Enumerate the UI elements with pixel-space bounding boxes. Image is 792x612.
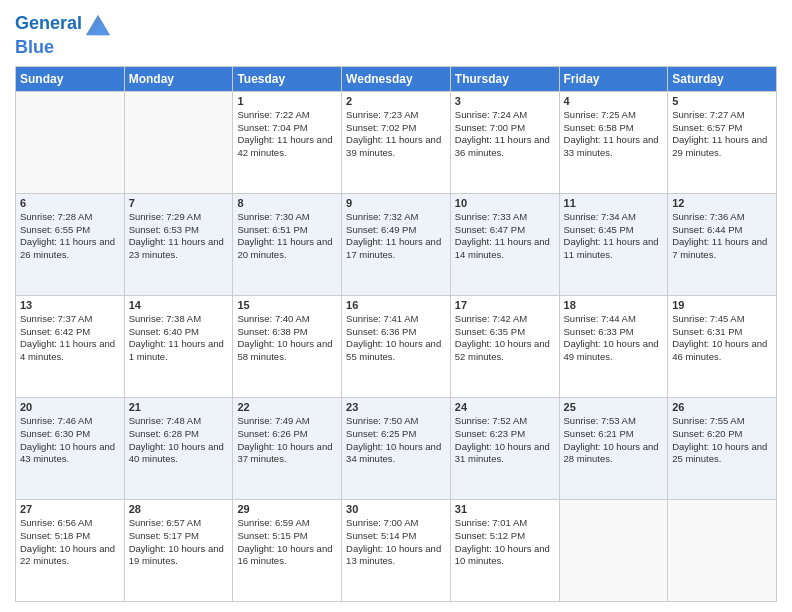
day-cell: 23Sunrise: 7:50 AMSunset: 6:25 PMDayligh…: [342, 397, 451, 499]
day-number: 18: [564, 299, 664, 311]
day-number: 23: [346, 401, 446, 413]
day-info: Sunrise: 7:34 AMSunset: 6:45 PMDaylight:…: [564, 211, 664, 262]
day-cell: 6Sunrise: 7:28 AMSunset: 6:55 PMDaylight…: [16, 193, 125, 295]
day-info: Sunrise: 7:30 AMSunset: 6:51 PMDaylight:…: [237, 211, 337, 262]
col-header-tuesday: Tuesday: [233, 66, 342, 91]
day-info: Sunrise: 7:27 AMSunset: 6:57 PMDaylight:…: [672, 109, 772, 160]
calendar: SundayMondayTuesdayWednesdayThursdayFrid…: [15, 66, 777, 602]
day-cell: 15Sunrise: 7:40 AMSunset: 6:38 PMDayligh…: [233, 295, 342, 397]
day-cell: 9Sunrise: 7:32 AMSunset: 6:49 PMDaylight…: [342, 193, 451, 295]
week-row-2: 6Sunrise: 7:28 AMSunset: 6:55 PMDaylight…: [16, 193, 777, 295]
col-header-wednesday: Wednesday: [342, 66, 451, 91]
week-row-1: 1Sunrise: 7:22 AMSunset: 7:04 PMDaylight…: [16, 91, 777, 193]
day-number: 17: [455, 299, 555, 311]
logo: General Blue: [15, 10, 112, 58]
day-info: Sunrise: 6:59 AMSunset: 5:15 PMDaylight:…: [237, 517, 337, 568]
day-info: Sunrise: 7:36 AMSunset: 6:44 PMDaylight:…: [672, 211, 772, 262]
day-cell: 12Sunrise: 7:36 AMSunset: 6:44 PMDayligh…: [668, 193, 777, 295]
day-cell: 5Sunrise: 7:27 AMSunset: 6:57 PMDaylight…: [668, 91, 777, 193]
day-cell: 16Sunrise: 7:41 AMSunset: 6:36 PMDayligh…: [342, 295, 451, 397]
day-cell: 27Sunrise: 6:56 AMSunset: 5:18 PMDayligh…: [16, 499, 125, 601]
day-info: Sunrise: 7:38 AMSunset: 6:40 PMDaylight:…: [129, 313, 229, 364]
day-cell: 25Sunrise: 7:53 AMSunset: 6:21 PMDayligh…: [559, 397, 668, 499]
day-cell: 2Sunrise: 7:23 AMSunset: 7:02 PMDaylight…: [342, 91, 451, 193]
page: General Blue SundayMondayTuesdayWednesda…: [0, 0, 792, 612]
day-cell: 20Sunrise: 7:46 AMSunset: 6:30 PMDayligh…: [16, 397, 125, 499]
day-number: 22: [237, 401, 337, 413]
day-cell: 10Sunrise: 7:33 AMSunset: 6:47 PMDayligh…: [450, 193, 559, 295]
day-info: Sunrise: 7:24 AMSunset: 7:00 PMDaylight:…: [455, 109, 555, 160]
day-number: 12: [672, 197, 772, 209]
day-cell: 4Sunrise: 7:25 AMSunset: 6:58 PMDaylight…: [559, 91, 668, 193]
day-number: 14: [129, 299, 229, 311]
day-info: Sunrise: 7:49 AMSunset: 6:26 PMDaylight:…: [237, 415, 337, 466]
day-cell: 17Sunrise: 7:42 AMSunset: 6:35 PMDayligh…: [450, 295, 559, 397]
day-info: Sunrise: 6:57 AMSunset: 5:17 PMDaylight:…: [129, 517, 229, 568]
day-info: Sunrise: 7:44 AMSunset: 6:33 PMDaylight:…: [564, 313, 664, 364]
day-number: 30: [346, 503, 446, 515]
day-number: 8: [237, 197, 337, 209]
logo-text: General: [15, 14, 82, 34]
day-number: 3: [455, 95, 555, 107]
day-info: Sunrise: 7:46 AMSunset: 6:30 PMDaylight:…: [20, 415, 120, 466]
day-cell: 29Sunrise: 6:59 AMSunset: 5:15 PMDayligh…: [233, 499, 342, 601]
day-cell: [124, 91, 233, 193]
day-number: 29: [237, 503, 337, 515]
day-info: Sunrise: 7:29 AMSunset: 6:53 PMDaylight:…: [129, 211, 229, 262]
day-info: Sunrise: 7:41 AMSunset: 6:36 PMDaylight:…: [346, 313, 446, 364]
day-number: 31: [455, 503, 555, 515]
logo-icon: [84, 10, 112, 38]
day-info: Sunrise: 7:48 AMSunset: 6:28 PMDaylight:…: [129, 415, 229, 466]
day-number: 1: [237, 95, 337, 107]
day-number: 20: [20, 401, 120, 413]
day-info: Sunrise: 7:52 AMSunset: 6:23 PMDaylight:…: [455, 415, 555, 466]
logo-subtext: Blue: [15, 38, 112, 58]
day-number: 19: [672, 299, 772, 311]
day-number: 7: [129, 197, 229, 209]
day-cell: 22Sunrise: 7:49 AMSunset: 6:26 PMDayligh…: [233, 397, 342, 499]
day-number: 21: [129, 401, 229, 413]
day-info: Sunrise: 7:25 AMSunset: 6:58 PMDaylight:…: [564, 109, 664, 160]
day-number: 11: [564, 197, 664, 209]
day-cell: 21Sunrise: 7:48 AMSunset: 6:28 PMDayligh…: [124, 397, 233, 499]
day-info: Sunrise: 7:01 AMSunset: 5:12 PMDaylight:…: [455, 517, 555, 568]
week-row-3: 13Sunrise: 7:37 AMSunset: 6:42 PMDayligh…: [16, 295, 777, 397]
col-header-monday: Monday: [124, 66, 233, 91]
day-info: Sunrise: 7:55 AMSunset: 6:20 PMDaylight:…: [672, 415, 772, 466]
day-cell: [559, 499, 668, 601]
header-row: SundayMondayTuesdayWednesdayThursdayFrid…: [16, 66, 777, 91]
day-number: 2: [346, 95, 446, 107]
day-cell: 28Sunrise: 6:57 AMSunset: 5:17 PMDayligh…: [124, 499, 233, 601]
col-header-thursday: Thursday: [450, 66, 559, 91]
day-cell: [16, 91, 125, 193]
day-number: 27: [20, 503, 120, 515]
day-number: 10: [455, 197, 555, 209]
header: General Blue: [15, 10, 777, 58]
day-info: Sunrise: 7:00 AMSunset: 5:14 PMDaylight:…: [346, 517, 446, 568]
day-cell: 18Sunrise: 7:44 AMSunset: 6:33 PMDayligh…: [559, 295, 668, 397]
day-number: 15: [237, 299, 337, 311]
day-cell: 11Sunrise: 7:34 AMSunset: 6:45 PMDayligh…: [559, 193, 668, 295]
day-info: Sunrise: 7:45 AMSunset: 6:31 PMDaylight:…: [672, 313, 772, 364]
day-info: Sunrise: 7:32 AMSunset: 6:49 PMDaylight:…: [346, 211, 446, 262]
day-number: 13: [20, 299, 120, 311]
day-info: Sunrise: 7:22 AMSunset: 7:04 PMDaylight:…: [237, 109, 337, 160]
day-cell: 3Sunrise: 7:24 AMSunset: 7:00 PMDaylight…: [450, 91, 559, 193]
day-info: Sunrise: 6:56 AMSunset: 5:18 PMDaylight:…: [20, 517, 120, 568]
day-number: 5: [672, 95, 772, 107]
day-number: 25: [564, 401, 664, 413]
day-info: Sunrise: 7:40 AMSunset: 6:38 PMDaylight:…: [237, 313, 337, 364]
day-cell: [668, 499, 777, 601]
day-info: Sunrise: 7:42 AMSunset: 6:35 PMDaylight:…: [455, 313, 555, 364]
day-number: 4: [564, 95, 664, 107]
day-number: 26: [672, 401, 772, 413]
day-info: Sunrise: 7:28 AMSunset: 6:55 PMDaylight:…: [20, 211, 120, 262]
day-cell: 30Sunrise: 7:00 AMSunset: 5:14 PMDayligh…: [342, 499, 451, 601]
week-row-4: 20Sunrise: 7:46 AMSunset: 6:30 PMDayligh…: [16, 397, 777, 499]
col-header-friday: Friday: [559, 66, 668, 91]
day-cell: 19Sunrise: 7:45 AMSunset: 6:31 PMDayligh…: [668, 295, 777, 397]
col-header-saturday: Saturday: [668, 66, 777, 91]
day-info: Sunrise: 7:50 AMSunset: 6:25 PMDaylight:…: [346, 415, 446, 466]
day-cell: 7Sunrise: 7:29 AMSunset: 6:53 PMDaylight…: [124, 193, 233, 295]
day-number: 24: [455, 401, 555, 413]
